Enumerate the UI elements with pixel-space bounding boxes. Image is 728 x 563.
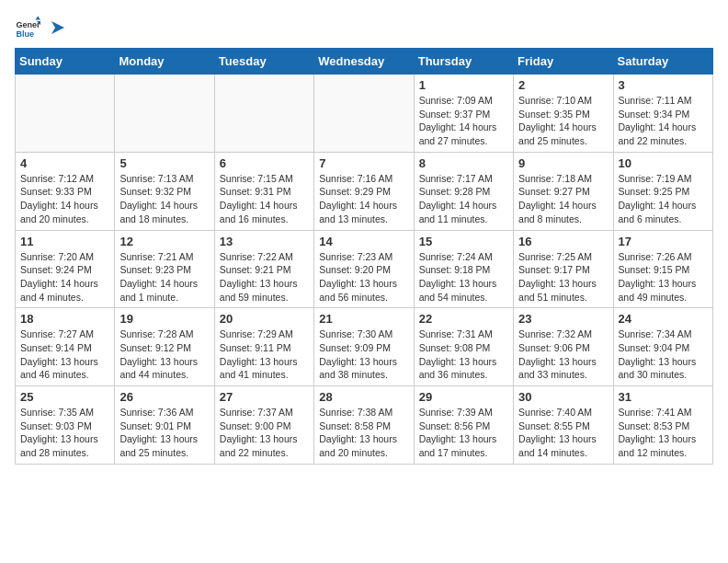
day-number: 3: [619, 78, 708, 92]
svg-marker-4: [51, 21, 64, 34]
calendar-day-cell: 10Sunrise: 7:19 AM Sunset: 9:25 PM Dayli…: [613, 152, 712, 230]
day-info: Sunrise: 7:25 AM Sunset: 9:17 PM Dayligh…: [518, 250, 608, 304]
calendar-week-row: 11Sunrise: 7:20 AM Sunset: 9:24 PM Dayli…: [16, 230, 713, 308]
calendar-day-cell: 26Sunrise: 7:36 AM Sunset: 9:01 PM Dayli…: [115, 386, 214, 465]
day-info: Sunrise: 7:28 AM Sunset: 9:12 PM Dayligh…: [119, 327, 209, 382]
day-number: 24: [619, 312, 708, 326]
day-number: 26: [119, 390, 209, 404]
day-number: 5: [119, 156, 209, 170]
day-info: Sunrise: 7:26 AM Sunset: 9:15 PM Dayligh…: [619, 250, 708, 304]
day-info: Sunrise: 7:29 AM Sunset: 9:11 PM Dayligh…: [220, 327, 309, 382]
day-number: 19: [119, 312, 209, 326]
day-info: Sunrise: 7:18 AM Sunset: 9:27 PM Dayligh…: [518, 172, 608, 226]
calendar-day-cell: 22Sunrise: 7:31 AM Sunset: 9:08 PM Dayli…: [414, 308, 513, 386]
day-info: Sunrise: 7:17 AM Sunset: 9:28 PM Dayligh…: [419, 172, 508, 226]
day-number: 25: [20, 390, 109, 404]
calendar-day-cell: 17Sunrise: 7:26 AM Sunset: 9:15 PM Dayli…: [613, 230, 712, 308]
calendar-day-cell: 14Sunrise: 7:23 AM Sunset: 9:20 PM Dayli…: [314, 230, 414, 308]
calendar-day-cell: 11Sunrise: 7:20 AM Sunset: 9:24 PM Dayli…: [16, 230, 115, 308]
day-number: 30: [518, 390, 608, 404]
svg-text:General: General: [16, 20, 40, 29]
day-number: 29: [419, 390, 508, 404]
calendar-day-cell: 28Sunrise: 7:38 AM Sunset: 8:58 PM Dayli…: [314, 386, 414, 465]
calendar-day-cell: 24Sunrise: 7:34 AM Sunset: 9:04 PM Dayli…: [613, 308, 712, 386]
day-number: 4: [20, 156, 109, 170]
day-number: 16: [518, 235, 608, 248]
day-number: 2: [518, 78, 608, 92]
day-info: Sunrise: 7:15 AM Sunset: 9:31 PM Dayligh…: [220, 172, 309, 226]
day-info: Sunrise: 7:27 AM Sunset: 9:14 PM Dayligh…: [20, 327, 109, 382]
calendar-day-cell: [115, 75, 214, 153]
calendar-day-cell: 29Sunrise: 7:39 AM Sunset: 8:56 PM Dayli…: [414, 386, 513, 465]
day-info: Sunrise: 7:22 AM Sunset: 9:21 PM Dayligh…: [220, 250, 309, 304]
calendar-day-cell: 4Sunrise: 7:12 AM Sunset: 9:33 PM Daylig…: [16, 152, 115, 230]
day-info: Sunrise: 7:20 AM Sunset: 9:24 PM Dayligh…: [20, 250, 109, 304]
day-number: 13: [220, 235, 309, 248]
day-info: Sunrise: 7:09 AM Sunset: 9:37 PM Dayligh…: [419, 94, 508, 148]
weekday-header-wednesday: Wednesday: [314, 49, 414, 75]
day-number: 28: [319, 390, 408, 404]
day-info: Sunrise: 7:35 AM Sunset: 9:03 PM Dayligh…: [20, 406, 109, 460]
weekday-header-tuesday: Tuesday: [214, 49, 313, 75]
day-info: Sunrise: 7:12 AM Sunset: 9:33 PM Dayligh…: [20, 172, 109, 226]
calendar-day-cell: 2Sunrise: 7:10 AM Sunset: 9:35 PM Daylig…: [514, 75, 613, 153]
day-number: 15: [419, 235, 508, 248]
day-number: 31: [619, 390, 708, 404]
weekday-header-thursday: Thursday: [414, 49, 513, 75]
day-number: 9: [518, 156, 608, 170]
day-info: Sunrise: 7:16 AM Sunset: 9:29 PM Dayligh…: [319, 172, 408, 226]
day-number: 20: [220, 312, 309, 326]
day-number: 27: [220, 390, 309, 404]
day-info: Sunrise: 7:37 AM Sunset: 9:00 PM Dayligh…: [220, 406, 309, 460]
day-info: Sunrise: 7:34 AM Sunset: 9:04 PM Dayligh…: [619, 327, 708, 382]
day-info: Sunrise: 7:41 AM Sunset: 8:53 PM Dayligh…: [619, 406, 708, 460]
calendar-day-cell: 18Sunrise: 7:27 AM Sunset: 9:14 PM Dayli…: [16, 308, 115, 386]
calendar-day-cell: 9Sunrise: 7:18 AM Sunset: 9:27 PM Daylig…: [514, 152, 613, 230]
calendar-day-cell: [314, 75, 414, 153]
page-header: General Blue: [15, 15, 713, 40]
day-number: 10: [619, 156, 708, 170]
calendar-day-cell: 25Sunrise: 7:35 AM Sunset: 9:03 PM Dayli…: [16, 386, 115, 465]
weekday-header-friday: Friday: [514, 49, 613, 75]
calendar-table: SundayMondayTuesdayWednesdayThursdayFrid…: [15, 48, 713, 465]
logo: General Blue: [15, 15, 68, 40]
calendar-day-cell: 27Sunrise: 7:37 AM Sunset: 9:00 PM Dayli…: [214, 386, 313, 465]
day-info: Sunrise: 7:19 AM Sunset: 9:25 PM Dayligh…: [619, 172, 708, 226]
weekday-header-row: SundayMondayTuesdayWednesdayThursdayFrid…: [16, 49, 713, 75]
calendar-day-cell: [214, 75, 313, 153]
day-number: 8: [419, 156, 508, 170]
day-number: 6: [220, 156, 309, 170]
day-info: Sunrise: 7:30 AM Sunset: 9:09 PM Dayligh…: [319, 327, 408, 382]
calendar-day-cell: 15Sunrise: 7:24 AM Sunset: 9:18 PM Dayli…: [414, 230, 513, 308]
day-info: Sunrise: 7:39 AM Sunset: 8:56 PM Dayligh…: [419, 406, 508, 460]
day-info: Sunrise: 7:10 AM Sunset: 9:35 PM Dayligh…: [518, 94, 608, 148]
calendar-day-cell: 8Sunrise: 7:17 AM Sunset: 9:28 PM Daylig…: [414, 152, 513, 230]
calendar-day-cell: 12Sunrise: 7:21 AM Sunset: 9:23 PM Dayli…: [115, 230, 214, 308]
svg-text:Blue: Blue: [16, 29, 34, 39]
calendar-day-cell: 21Sunrise: 7:30 AM Sunset: 9:09 PM Dayli…: [314, 308, 414, 386]
weekday-header-monday: Monday: [115, 49, 214, 75]
svg-marker-2: [35, 16, 40, 19]
calendar-day-cell: 5Sunrise: 7:13 AM Sunset: 9:32 PM Daylig…: [115, 152, 214, 230]
calendar-week-row: 1Sunrise: 7:09 AM Sunset: 9:37 PM Daylig…: [16, 75, 713, 153]
calendar-day-cell: 20Sunrise: 7:29 AM Sunset: 9:11 PM Dayli…: [214, 308, 313, 386]
day-number: 11: [20, 235, 109, 248]
calendar-day-cell: 6Sunrise: 7:15 AM Sunset: 9:31 PM Daylig…: [214, 152, 313, 230]
calendar-week-row: 18Sunrise: 7:27 AM Sunset: 9:14 PM Dayli…: [16, 308, 713, 386]
day-info: Sunrise: 7:13 AM Sunset: 9:32 PM Dayligh…: [119, 172, 209, 226]
calendar-day-cell: 3Sunrise: 7:11 AM Sunset: 9:34 PM Daylig…: [613, 75, 712, 153]
calendar-day-cell: 1Sunrise: 7:09 AM Sunset: 9:37 PM Daylig…: [414, 75, 513, 153]
weekday-header-saturday: Saturday: [613, 49, 712, 75]
calendar-day-cell: 7Sunrise: 7:16 AM Sunset: 9:29 PM Daylig…: [314, 152, 414, 230]
logo-arrow-icon: [48, 17, 68, 38]
calendar-week-row: 4Sunrise: 7:12 AM Sunset: 9:33 PM Daylig…: [16, 152, 713, 230]
day-info: Sunrise: 7:40 AM Sunset: 8:55 PM Dayligh…: [518, 406, 608, 460]
calendar-day-cell: 13Sunrise: 7:22 AM Sunset: 9:21 PM Dayli…: [214, 230, 313, 308]
calendar-day-cell: 19Sunrise: 7:28 AM Sunset: 9:12 PM Dayli…: [115, 308, 214, 386]
day-number: 12: [119, 235, 209, 248]
day-info: Sunrise: 7:21 AM Sunset: 9:23 PM Dayligh…: [119, 250, 209, 304]
calendar-day-cell: 31Sunrise: 7:41 AM Sunset: 8:53 PM Dayli…: [613, 386, 712, 465]
weekday-header-sunday: Sunday: [16, 49, 115, 75]
day-number: 17: [619, 235, 708, 248]
day-info: Sunrise: 7:31 AM Sunset: 9:08 PM Dayligh…: [419, 327, 508, 382]
